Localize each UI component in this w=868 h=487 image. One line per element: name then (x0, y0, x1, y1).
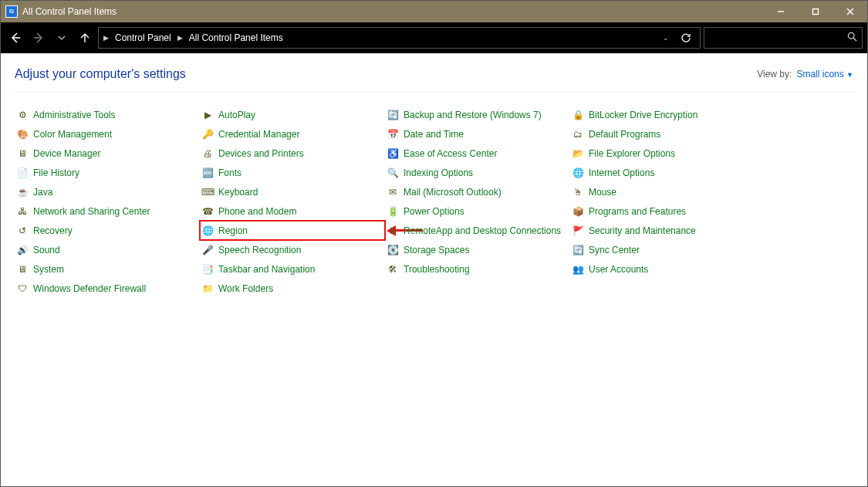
default-programs-icon: 🗂 (572, 128, 584, 140)
header-row: Adjust your computer's settings View by:… (15, 67, 853, 93)
address-bar[interactable]: ▶ Control Panel ▶ All Control Panel Item… (98, 27, 701, 49)
item-date-and-time[interactable]: 📅Date and Time (385, 124, 570, 144)
close-button[interactable] (833, 1, 867, 22)
refresh-button[interactable] (677, 29, 695, 47)
item-backup-and-restore-windows-7[interactable]: 🔄Backup and Restore (Windows 7) (385, 105, 570, 124)
system-icon: 🖥 (16, 263, 29, 276)
titlebar: ⧉ All Control Panel Items (1, 1, 867, 22)
item-label: BitLocker Drive Encryption (589, 110, 697, 120)
devices-and-printers-icon: 🖨 (201, 147, 214, 160)
item-credential-manager[interactable]: 🔑Credential Manager (200, 124, 385, 144)
svg-rect-1 (812, 9, 818, 15)
item-device-manager[interactable]: 🖥Device Manager (15, 144, 200, 163)
item-sound[interactable]: 🔊Sound (15, 240, 200, 259)
item-fonts[interactable]: 🔤Fonts (200, 163, 385, 182)
power-options-icon: 🔋 (387, 205, 399, 218)
items-grid: ⚙Administrative Tools🎨Color Management🖥D… (15, 105, 853, 298)
region-icon: 🌐 (201, 225, 214, 237)
address-dropdown-icon[interactable]: ⌄ (658, 34, 674, 42)
speech-recognition-icon: 🎤 (201, 244, 214, 256)
item-administrative-tools[interactable]: ⚙Administrative Tools (15, 105, 200, 124)
item-file-explorer-options[interactable]: 📂File Explorer Options (570, 144, 755, 163)
item-color-management[interactable]: 🎨Color Management (15, 124, 200, 144)
item-label: AutoPlay (218, 110, 255, 120)
item-label: Windows Defender Firewall (33, 283, 146, 294)
item-region[interactable]: 🌐Region (200, 221, 385, 240)
view-by-value: Small icons (796, 69, 843, 79)
item-bitlocker-drive-encryption[interactable]: 🔒BitLocker Drive Encryption (570, 105, 755, 124)
item-programs-and-features[interactable]: 📦Programs and Features (570, 201, 755, 221)
view-by-control: View by: Small icons ▼ (757, 69, 853, 79)
back-arrow-icon (9, 32, 22, 44)
fonts-icon: 🔤 (201, 167, 214, 179)
item-file-history[interactable]: 📄File History (15, 163, 200, 182)
item-mail-microsoft-outlook[interactable]: ✉Mail (Microsoft Outlook) (385, 182, 570, 201)
item-network-and-sharing-center[interactable]: 🖧Network and Sharing Center (15, 201, 200, 221)
item-label: Color Management (33, 129, 112, 140)
item-label: Sound (33, 245, 60, 255)
sync-center-icon: 🔄 (572, 244, 584, 256)
backup-and-restore-windows-7-icon: 🔄 (387, 109, 399, 121)
item-default-programs[interactable]: 🗂Default Programs (570, 124, 755, 144)
search-input[interactable] (704, 27, 863, 49)
file-history-icon: 📄 (16, 167, 29, 179)
back-button[interactable] (5, 28, 25, 48)
minimize-icon (777, 8, 785, 15)
item-speech-recognition[interactable]: 🎤Speech Recognition (200, 240, 385, 259)
indexing-options-icon: 🔍 (387, 167, 399, 179)
autoplay-icon: ▶ (201, 109, 214, 121)
view-by-dropdown[interactable]: Small icons ▼ (796, 69, 853, 79)
up-button[interactable] (75, 28, 95, 48)
item-label: Work Folders (218, 283, 273, 294)
chevron-down-icon (58, 34, 66, 42)
item-security-and-maintenance[interactable]: 🚩Security and Maintenance (570, 221, 755, 240)
item-label: Phone and Modem (218, 206, 296, 217)
control-panel-icon: ⧉ (5, 5, 18, 18)
item-label: Security and Maintenance (589, 225, 696, 236)
item-user-accounts[interactable]: 👥User Accounts (570, 259, 755, 279)
item-label: System (33, 264, 64, 275)
network-and-sharing-center-icon: 🖧 (16, 205, 29, 218)
breadcrumb-current[interactable]: All Control Panel Items (186, 32, 286, 43)
item-label: Speech Recognition (218, 245, 301, 255)
bitlocker-drive-encryption-icon: 🔒 (572, 109, 584, 121)
item-mouse[interactable]: 🖱Mouse (570, 182, 755, 201)
item-work-folders[interactable]: 📁Work Folders (200, 279, 385, 298)
item-label: Ease of Access Center (404, 148, 497, 159)
item-ease-of-access-center[interactable]: ♿Ease of Access Center (385, 144, 570, 163)
item-label: User Accounts (589, 264, 648, 275)
recent-locations-button[interactable] (52, 28, 72, 48)
minimize-button[interactable] (763, 1, 798, 22)
item-label: Mail (Microsoft Outlook) (404, 187, 502, 198)
svg-point-6 (848, 32, 854, 39)
breadcrumb-root[interactable]: Control Panel (112, 32, 174, 43)
item-remoteapp-and-desktop-connections[interactable]: 🖥RemoteApp and Desktop Connections (385, 221, 570, 240)
item-java[interactable]: ☕Java (15, 182, 200, 201)
item-recovery[interactable]: ↺Recovery (15, 221, 200, 240)
item-label: RemoteApp and Desktop Connections (404, 225, 561, 236)
maximize-button[interactable] (798, 1, 833, 22)
item-taskbar-and-navigation[interactable]: 📑Taskbar and Navigation (200, 259, 385, 279)
programs-and-features-icon: 📦 (572, 205, 584, 218)
java-icon: ☕ (16, 186, 29, 198)
item-system[interactable]: 🖥System (15, 259, 200, 279)
item-label: Backup and Restore (Windows 7) (404, 110, 542, 120)
item-label: Programs and Features (589, 206, 686, 217)
item-indexing-options[interactable]: 🔍Indexing Options (385, 163, 570, 182)
storage-spaces-icon: 💽 (387, 244, 399, 256)
item-troubleshooting[interactable]: 🛠Troubleshooting (385, 259, 570, 279)
crumb-chevron-icon: ▶ (103, 34, 109, 42)
item-storage-spaces[interactable]: 💽Storage Spaces (385, 240, 570, 259)
item-devices-and-printers[interactable]: 🖨Devices and Printers (200, 144, 385, 163)
item-internet-options[interactable]: 🌐Internet Options (570, 163, 755, 182)
forward-button[interactable] (29, 28, 49, 48)
content-area: Adjust your computer's settings View by:… (1, 53, 867, 298)
item-phone-and-modem[interactable]: ☎Phone and Modem (200, 201, 385, 221)
item-keyboard[interactable]: ⌨Keyboard (200, 182, 385, 201)
item-windows-defender-firewall[interactable]: 🛡Windows Defender Firewall (15, 279, 200, 298)
item-power-options[interactable]: 🔋Power Options (385, 201, 570, 221)
item-autoplay[interactable]: ▶AutoPlay (200, 105, 385, 124)
windows-defender-firewall-icon: 🛡 (16, 282, 29, 295)
recovery-icon: ↺ (16, 225, 29, 237)
item-sync-center[interactable]: 🔄Sync Center (570, 240, 755, 259)
